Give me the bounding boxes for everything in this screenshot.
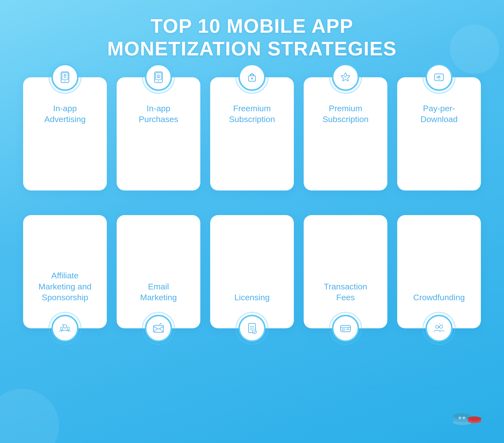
label-email-marketing: EmailMarketing xyxy=(140,281,177,303)
svg-point-23 xyxy=(440,325,442,328)
label-in-app-advertising: In-appAdvertising xyxy=(44,103,86,125)
svg-rect-4 xyxy=(156,73,162,80)
card-affiliate-marketing: AffiliateMarketing andSponsorship xyxy=(23,215,107,328)
label-transaction-fees: TransactionFees xyxy=(324,281,367,303)
svg-rect-18 xyxy=(249,323,255,333)
icon-crowdfunding: $ xyxy=(426,315,452,342)
decorative-coins: $ $ xyxy=(445,384,489,428)
title-line1: TOP 10 MOBILE APP xyxy=(151,15,353,37)
card-licensing: Licensing xyxy=(210,215,294,328)
svg-text:$: $ xyxy=(462,417,464,419)
icon-in-app-purchases: $ xyxy=(145,64,172,91)
card-pay-per-download: Pay-per-Download xyxy=(397,77,481,190)
icon-freemium-subscription xyxy=(238,64,266,91)
svg-point-19 xyxy=(252,330,256,334)
svg-rect-1 xyxy=(62,73,68,80)
label-affiliate-marketing: AffiliateMarketing andSponsorship xyxy=(38,270,91,303)
svg-point-15 xyxy=(62,324,63,325)
icon-pay-per-download xyxy=(426,64,452,91)
svg-rect-16 xyxy=(154,325,163,332)
icon-in-app-advertising xyxy=(52,64,78,91)
svg-text:$: $ xyxy=(158,75,159,78)
label-premium-subscription: PremiumSubscription xyxy=(322,103,368,125)
label-freemium-subscription: FreemiumSubscription xyxy=(229,103,275,125)
svg-rect-8 xyxy=(249,76,255,81)
cards-container: In-appAdvertising $ In-appPurchases xyxy=(0,67,504,343)
icon-affiliate-marketing xyxy=(52,315,78,342)
label-pay-per-download: Pay-per-Download xyxy=(420,103,457,125)
svg-rect-11 xyxy=(435,74,443,81)
svg-rect-20 xyxy=(341,325,350,332)
page-title: TOP 10 MOBILE APP MONETIZATION STRATEGIE… xyxy=(0,0,504,67)
svg-rect-3 xyxy=(155,72,162,83)
icon-licensing xyxy=(238,315,266,342)
title-line2: MONETIZATION STRATEGIES xyxy=(107,38,397,59)
svg-text:$: $ xyxy=(458,417,460,419)
svg-marker-10 xyxy=(341,73,350,81)
icon-email-marketing xyxy=(145,315,172,342)
svg-point-17 xyxy=(161,323,162,324)
bg-deco-1 xyxy=(0,389,59,443)
card-freemium-subscription: FreemiumSubscription xyxy=(210,77,294,190)
cards-row-1: In-appAdvertising $ In-appPurchases xyxy=(20,77,484,190)
icon-premium-subscription xyxy=(332,64,359,91)
svg-point-22 xyxy=(436,325,439,328)
card-in-app-purchases: $ In-appPurchases xyxy=(117,77,200,190)
card-premium-subscription: PremiumSubscription xyxy=(304,77,387,190)
svg-text:$: $ xyxy=(438,326,440,328)
icon-transaction-fees xyxy=(332,315,359,342)
cards-row-2: AffiliateMarketing andSponsorship EmailM… xyxy=(20,215,484,328)
svg-point-13 xyxy=(60,327,63,330)
card-email-marketing: EmailMarketing xyxy=(117,215,200,328)
card-transaction-fees: TransactionFees xyxy=(304,215,387,328)
label-crowdfunding: Crowdfunding xyxy=(413,292,465,303)
svg-point-2 xyxy=(64,81,65,82)
svg-point-9 xyxy=(252,73,252,74)
svg-point-29 xyxy=(468,416,481,421)
svg-rect-21 xyxy=(342,329,344,330)
svg-point-5 xyxy=(158,81,159,82)
card-in-app-advertising: In-appAdvertising xyxy=(23,77,107,190)
label-licensing: Licensing xyxy=(234,292,270,303)
svg-point-6 xyxy=(157,75,160,78)
label-in-app-purchases: In-appPurchases xyxy=(139,103,179,125)
svg-point-14 xyxy=(67,327,70,330)
svg-point-12 xyxy=(63,325,67,328)
svg-rect-0 xyxy=(61,72,69,83)
card-crowdfunding: Crowdfunding $ xyxy=(397,215,481,328)
